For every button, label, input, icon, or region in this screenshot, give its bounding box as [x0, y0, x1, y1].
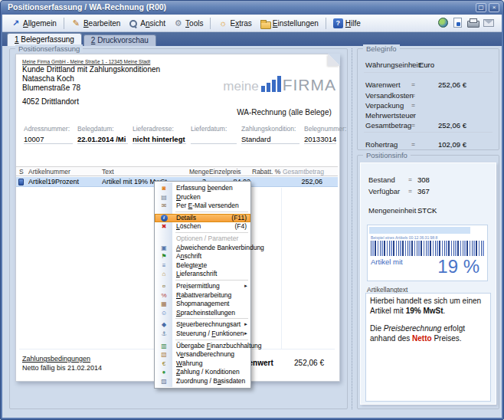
- context-menu-item-belegtexte[interactable]: ≡Belegtexte: [155, 261, 250, 271]
- field-belegdatum[interactable]: Belegdatum:22.01.2014 /Mi: [77, 125, 128, 144]
- context-menu-item-steuerung-funktionen[interactable]: ⚓Steuerung / Funktionen►: [155, 330, 250, 339]
- column-header-einzelpreis[interactable]: Einzelpreis: [209, 168, 241, 176]
- context-menu-item-versandberechnung[interactable]: ▧Versandberechnung: [155, 350, 250, 359]
- menu-bearbeiten[interactable]: Bearbeiten: [67, 17, 124, 30]
- column-header-artikelnummer[interactable]: Artikelnummer: [28, 168, 70, 176]
- context-menu-item-label: Optionen / Parameter: [176, 235, 238, 242]
- menu-label: Bearbeiten: [83, 19, 120, 28]
- article-barcode-box: Beispiel eines Artikels 00:12:36:31:98:8…: [367, 225, 488, 281]
- context-menu-item-optionen-parameter: Optionen / Parameter: [155, 235, 250, 244]
- assignment-icon: ▨: [156, 377, 172, 386]
- submenu-arrow-icon: ►: [244, 330, 248, 339]
- document-new-icon[interactable]: [453, 18, 462, 28]
- menu-ansicht[interactable]: Ansicht: [124, 17, 169, 30]
- artikellangtext-box[interactable]: Hierbei handelt es sich um einen Artikel…: [365, 293, 491, 402]
- context-menu-item-rabattverarbeitung[interactable]: %Rabattverarbeitung: [155, 291, 250, 300]
- field-label: Belegnummer:: [304, 125, 336, 133]
- context-menu-item-l-schen[interactable]: ✖Löschen(F4): [155, 222, 250, 231]
- info-icon: i: [156, 214, 172, 223]
- recipient-line: Blumenstraße 78: [22, 84, 80, 92]
- shortcut-hint: (F11): [231, 214, 247, 223]
- info-value-gesamtbetrag: 252,06 €: [438, 121, 466, 130]
- close-window-button[interactable]: ×: [489, 3, 499, 12]
- context-menu-item-steuerberechnungsart[interactable]: ◆Steuerberechnungsart►: [155, 320, 250, 330]
- context-menu-item-label: Rabattverarbeitung: [176, 291, 231, 299]
- field-zahlungskondition[interactable]: Zahlungskondition:Standard: [241, 125, 299, 144]
- panel-splitter[interactable]: [352, 48, 352, 409]
- context-menu-item-label: Details: [176, 214, 196, 221]
- field-lieferadresse[interactable]: Lieferadresse:nicht hinterlegt: [133, 125, 186, 144]
- discount-icon: %: [156, 291, 172, 300]
- context-menu-item-zahlung-konditionen[interactable]: ●Zahlung / Konditionen: [155, 368, 250, 377]
- menu-allgemein[interactable]: Allgemein: [7, 17, 61, 30]
- field-label: Lieferdatum:: [191, 125, 237, 133]
- magnifier-icon: [128, 18, 138, 28]
- info-label-verf-gbar: Verfügbar: [368, 187, 400, 195]
- shortcut-hint: (F4): [234, 222, 247, 231]
- field-value: nicht hinterlegt: [133, 135, 186, 144]
- context-menu-item-anschrift[interactable]: ⚑Anschrift: [155, 252, 250, 261]
- context-menu-item-zuordnung-basisdaten[interactable]: ▨Zuordnung / Basisdaten: [155, 377, 250, 386]
- context-menu-item-shopmanagement[interactable]: ▦Shopmanagement: [155, 300, 250, 309]
- menu-einstellungen[interactable]: Einstellungen: [256, 18, 322, 29]
- field-lieferdatum[interactable]: Lieferdatum:: [191, 125, 237, 144]
- column-header-gesamtbetrag[interactable]: Gesamtbetrag: [283, 168, 324, 176]
- printer-icon[interactable]: [467, 18, 478, 27]
- bank-icon: ▣: [156, 244, 172, 253]
- context-menu-item-abweichende-bankverbindung[interactable]: ▣Abweichende Bankverbindung: [155, 244, 250, 253]
- column-header-text[interactable]: Text: [102, 168, 114, 176]
- menu-extras[interactable]: Extras: [214, 17, 255, 30]
- context-menu-item-w-hrung[interactable]: €Währung: [155, 359, 250, 369]
- context-menu-item-label: Übergabe Finanzbuchhaltung: [176, 342, 262, 349]
- column-header-menge[interactable]: Menge: [189, 168, 209, 176]
- cell-artikelnummer: Artikel19Prozent: [28, 178, 100, 185]
- equals-sign: =: [411, 111, 415, 119]
- context-menu-item-label: Abweichende Bankverbindung: [176, 244, 264, 251]
- field-adressnummer[interactable]: Adressnummer:10007: [24, 125, 73, 144]
- equals-sign: =: [408, 206, 412, 214]
- context-menu-item-preisermittlung[interactable]: ¤Preisermittlung►: [155, 282, 250, 291]
- field-belegnummer[interactable]: Belegnummer:20133014: [304, 125, 336, 144]
- field-value: 20133014: [304, 135, 336, 144]
- menu-hilfe[interactable]: Hilfe: [329, 17, 365, 30]
- info-value-verf-gbar: 367: [417, 187, 430, 195]
- row-status-icon: [18, 179, 24, 185]
- restore-window-button[interactable]: ▢: [476, 3, 486, 12]
- menu-tools[interactable]: Tools: [169, 17, 207, 30]
- shop-icon: ▦: [156, 300, 172, 309]
- langtext-segment: Preisberechnung: [384, 324, 442, 333]
- barcode-image: [371, 241, 484, 256]
- payment-terms-link[interactable]: Zahlungsbedingungen: [22, 355, 90, 363]
- tax-type-icon: ◆: [156, 320, 172, 330]
- cell-gesamtbetrag: 252,06: [280, 178, 322, 185]
- context-menu-item-lieferanschrift[interactable]: ⌂Lieferanschrift: [155, 270, 250, 279]
- column-header-rabatt[interactable]: Rabatt. %: [252, 168, 280, 176]
- info-value-warenwert: 252,06 €: [438, 80, 466, 89]
- menu-label: Tools: [185, 19, 203, 28]
- context-menu-item-drucken[interactable]: ▤Drucken: [155, 193, 250, 202]
- langtext-segment: .: [443, 307, 446, 315]
- context-menu-item-label: Anschrift: [176, 252, 201, 260]
- context-menu-item-spracheinstellungen[interactable]: ☺Spracheinstellungen: [155, 309, 250, 318]
- mail-icon[interactable]: [483, 19, 494, 27]
- exit-icon: ◙: [156, 184, 172, 193]
- text-lines-icon: ≡: [156, 261, 172, 271]
- context-menu-item-label: Lieferanschrift: [176, 270, 217, 277]
- langtext-segment: Die: [370, 324, 384, 333]
- menu-items: AllgemeinBearbeitenAnsichtToolsExtrasEin…: [7, 17, 365, 30]
- logo-word-firma: FIRMA: [283, 77, 336, 93]
- toolbar-separator: [64, 18, 64, 29]
- field-label: Zahlungskondition:: [241, 125, 299, 133]
- column-header-s[interactable]: S: [19, 168, 24, 176]
- context-menu-item-per-e-mail-versenden[interactable]: ✉Per E-Mail versenden: [155, 202, 250, 211]
- context-menu-item-bergabe-finanzbuchhaltung[interactable]: ▥Übergabe Finanzbuchhaltung: [155, 342, 250, 351]
- context-menu-item-erfassung-beenden[interactable]: ◙Erfassung beenden: [155, 184, 250, 193]
- web-globe-icon[interactable]: [438, 18, 448, 28]
- langtext-segment: 19% MwSt: [406, 307, 443, 315]
- equals-sign: =: [411, 91, 415, 99]
- grid-line: [281, 188, 282, 349]
- context-menu-item-details[interactable]: iDetails(F11): [155, 214, 250, 223]
- field-label: Belegdatum:: [77, 125, 128, 133]
- delivery-address-icon: ⌂: [156, 270, 172, 279]
- tab-2-druckvorschau[interactable]: 2 Druckvorschau: [83, 34, 156, 46]
